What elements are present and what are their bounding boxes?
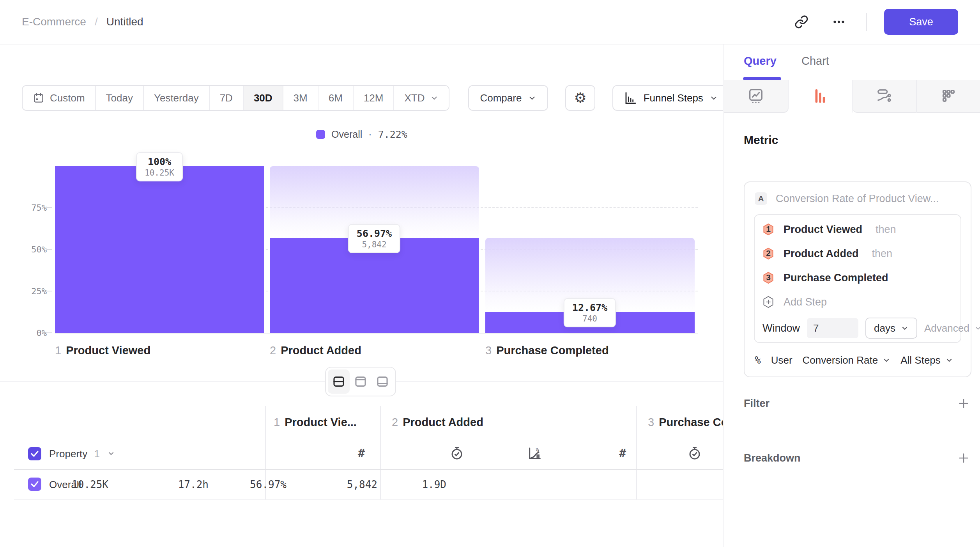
table-group-header-2[interactable]: 2Product Added <box>392 416 483 429</box>
step-row-3[interactable]: 3 Purchase Completed <box>762 266 953 290</box>
legend-separator: · <box>368 129 371 140</box>
tab-query[interactable]: Query <box>744 55 777 67</box>
tooltip-count: 740 <box>572 314 607 323</box>
select-all-checkbox[interactable] <box>28 447 41 460</box>
count-metric-icon[interactable]: # <box>358 446 365 460</box>
measurement-row: % User Conversion Rate All Steps <box>755 352 961 369</box>
range-custom[interactable]: Custom <box>23 86 96 110</box>
chart-legend[interactable]: Overall · 7.22% <box>0 129 724 140</box>
range-7d[interactable]: 7D <box>210 86 244 110</box>
layout-toggle <box>325 367 396 396</box>
calendar-icon <box>33 92 44 104</box>
breadcrumb-project[interactable]: E-Commerce <box>22 16 86 28</box>
conversion-window-row: Window days Advanced <box>762 317 953 339</box>
add-breakdown-button[interactable] <box>956 450 971 466</box>
step-badge-2: 2 <box>762 247 774 260</box>
range-3m[interactable]: 3M <box>283 86 318 110</box>
range-xtd[interactable]: XTD <box>394 86 449 110</box>
range-30d-active[interactable]: 30D <box>244 86 283 110</box>
metric-card: A Conversion Rate of Product View... 1 P… <box>744 181 971 377</box>
table-row-border <box>14 499 724 500</box>
metric-mode-select[interactable]: Conversion Rate <box>803 354 891 366</box>
bottom-pane-view-icon <box>376 375 389 388</box>
metric-badge: A <box>755 192 767 205</box>
add-step-row[interactable]: Add Step <box>762 290 953 314</box>
table-group-header-3[interactable]: 3Purchase Completed <box>648 416 724 429</box>
chevron-down-icon <box>901 324 909 332</box>
range-custom-label: Custom <box>50 92 85 104</box>
split-view-button[interactable] <box>328 369 350 394</box>
breakdown-heading: Breakdown <box>744 452 801 464</box>
breadcrumb-page-title[interactable]: Untitled <box>106 16 143 28</box>
count-metric-icon[interactable]: # <box>619 446 626 460</box>
topbar-divider <box>866 13 867 31</box>
step-badge-3: 3 <box>762 272 774 284</box>
legend-value: 7.22% <box>378 129 407 140</box>
step-row-1[interactable]: 1 Product Viewed then <box>762 217 953 242</box>
compare-button[interactable]: Compare <box>468 85 548 111</box>
split-view-icon <box>332 375 345 388</box>
chart-settings-button[interactable]: ⚙ <box>565 85 595 111</box>
tooltip-count: 5,842 <box>357 240 392 249</box>
chart-type-label: Funnel Steps <box>644 92 703 104</box>
row-checkbox[interactable] <box>28 478 41 491</box>
top-bar: E-Commerce / Untitled Save <box>0 0 980 44</box>
advanced-toggle[interactable]: Advanced <box>924 322 980 334</box>
chevron-down-icon <box>107 449 115 457</box>
check-icon <box>30 450 39 458</box>
chart-only-view-button[interactable] <box>350 369 371 394</box>
plus-icon <box>957 452 970 464</box>
chart-type-button[interactable]: Funnel Steps <box>612 85 724 111</box>
range-6m[interactable]: 6M <box>318 86 354 110</box>
gear-icon: ⚙ <box>574 91 586 105</box>
conversion-rate-chart-icon[interactable]: % <box>527 446 543 463</box>
check-icon <box>30 480 39 488</box>
range-today[interactable]: Today <box>96 86 144 110</box>
flow-icon <box>875 87 893 105</box>
tab-retention-metric[interactable] <box>917 80 980 113</box>
table-only-view-button[interactable] <box>371 369 393 394</box>
range-12m[interactable]: 12M <box>354 86 394 110</box>
funnel-bar-step-1[interactable] <box>55 166 264 333</box>
tab-chart[interactable]: Chart <box>801 55 829 67</box>
table-group-header-1[interactable]: 1Product Vie... <box>274 416 357 429</box>
table-divider <box>380 406 381 499</box>
tab-flow-metric[interactable] <box>853 80 917 113</box>
ytick-0: 0% <box>12 328 47 338</box>
add-filter-button[interactable] <box>956 396 971 411</box>
percent-prefix: % <box>755 354 761 366</box>
tab-funnel-metric-active[interactable] <box>789 80 853 113</box>
counting-entity[interactable]: User <box>771 354 792 366</box>
metric-title: Conversion Rate of Product View... <box>776 193 939 205</box>
breadcrumb-separator: / <box>95 16 98 28</box>
chevron-down-icon <box>974 324 980 332</box>
metric-summary-row[interactable]: A Conversion Rate of Product View... <box>755 192 961 206</box>
metric-type-tabs <box>724 80 980 113</box>
add-step-icon <box>762 296 774 308</box>
steps-scope-select[interactable]: All Steps <box>900 354 953 366</box>
xaxis-label-step-2: 2Product Added <box>270 344 361 357</box>
time-to-convert-icon[interactable] <box>687 446 702 463</box>
share-link-icon[interactable] <box>791 12 812 32</box>
time-to-convert-icon[interactable] <box>449 446 465 463</box>
date-range-toolbar: Custom Today Yesterday 7D 30D 3M 6M 12M … <box>22 85 724 111</box>
window-unit-select[interactable]: days <box>865 318 917 339</box>
tooltip-percent: 56.97% <box>357 228 392 239</box>
row-step1-count: 10.25K <box>72 479 108 490</box>
window-value-input[interactable] <box>807 318 858 338</box>
more-options-icon[interactable] <box>829 12 849 32</box>
range-yesterday[interactable]: Yesterday <box>144 86 210 110</box>
top-actions: Save <box>791 9 958 35</box>
funnel-steps-card: 1 Product Viewed then 2 Product Added th… <box>754 214 961 343</box>
range-xtd-label: XTD <box>404 92 425 104</box>
filter-section: Filter <box>744 396 971 411</box>
property-selector[interactable]: Property 1 <box>49 448 115 460</box>
tab-insights-metric[interactable] <box>724 80 789 113</box>
step-row-2[interactable]: 2 Product Added then <box>762 242 953 266</box>
save-button[interactable]: Save <box>884 9 958 35</box>
filter-heading: Filter <box>744 398 769 410</box>
query-panel: Query Chart <box>724 44 980 547</box>
table-header-border <box>14 469 724 470</box>
main-chart-area: Custom Today Yesterday 7D 30D 3M 6M 12M … <box>0 44 724 547</box>
xaxis-label-step-1: 1Product Viewed <box>55 344 150 357</box>
